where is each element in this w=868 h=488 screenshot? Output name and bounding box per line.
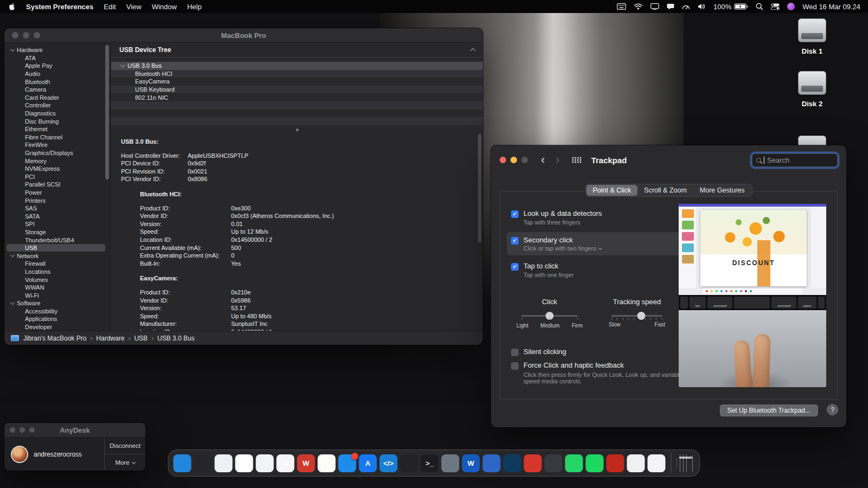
volume-icon[interactable]: [698, 3, 706, 10]
sidebar-item[interactable]: PCI: [4, 173, 110, 181]
performance-gauge-icon[interactable]: [682, 3, 690, 10]
trackpad-titlebar[interactable]: ‹ › Trackpad Search: [491, 145, 846, 175]
sidebar-item[interactable]: Memory: [4, 157, 110, 165]
dock-item-photos[interactable]: [256, 454, 274, 472]
back-button[interactable]: ‹: [541, 155, 545, 165]
show-all-grid-icon[interactable]: [572, 157, 582, 163]
dock-item-paint-app[interactable]: [627, 454, 645, 472]
click-option-row[interactable]: ✓ Silent clicking: [507, 348, 686, 356]
sidebar-section-hardware[interactable]: Hardware: [4, 46, 110, 54]
dock-item-red-app[interactable]: [524, 454, 542, 472]
gesture-option-row[interactable]: ✓ Tap to click Tap with one finger: [507, 258, 680, 282]
details-scrollbar[interactable]: [478, 134, 481, 242]
checkbox[interactable]: ✓: [511, 237, 519, 245]
slider-thumb[interactable]: [637, 312, 645, 320]
chat-status-icon[interactable]: [667, 3, 674, 10]
tree-row-device[interactable]: Bluetooth HCI: [111, 70, 483, 78]
sidebar-item[interactable]: Volumes: [4, 275, 110, 284]
tree-row-device[interactable]: EasyCamera: [111, 78, 483, 86]
dock-item-finder[interactable]: [174, 454, 192, 472]
active-app-menu[interactable]: System Preferences: [26, 3, 93, 11]
help-button[interactable]: ?: [827, 404, 838, 415]
apple-menu-icon[interactable]: [8, 2, 16, 11]
disk-desktop-icon[interactable]: Disk 1: [788, 18, 837, 55]
dock-item-launchpad[interactable]: [194, 454, 212, 472]
sidebar-item[interactable]: Apple Pay: [4, 62, 110, 70]
dock-item-calendar[interactable]: MAR 16: [277, 454, 295, 472]
search-input[interactable]: Search: [752, 153, 838, 167]
tracking-speed-slider[interactable]: [611, 315, 662, 317]
checkbox[interactable]: ✓: [511, 362, 519, 370]
dock-item-word[interactable]: W: [462, 454, 480, 472]
sidebar-item[interactable]: ATA: [4, 54, 110, 62]
dock-item-whatsapp[interactable]: [565, 454, 583, 472]
sidebar-item[interactable]: Camera: [4, 86, 110, 94]
spotlight-icon[interactable]: [756, 3, 763, 10]
sidebar-item[interactable]: SPI: [4, 220, 110, 228]
menu-item[interactable]: Help: [187, 3, 202, 11]
sidebar-item[interactable]: Graphics/Displays: [4, 149, 110, 157]
minimize-button[interactable]: [510, 157, 517, 163]
gesture-option-row[interactable]: ✓ Look up & data detectors Tap with thre…: [507, 206, 680, 229]
dock-item-terminal[interactable]: >_: [421, 454, 439, 472]
tab[interactable]: More Gestures: [693, 185, 751, 196]
display-mirroring-icon[interactable]: [650, 3, 659, 10]
sidebar-item[interactable]: Printers: [4, 196, 110, 204]
dock-item-notes[interactable]: [318, 454, 336, 472]
sidebar-item[interactable]: Audio: [4, 70, 110, 78]
sidebar-item[interactable]: SAS: [4, 204, 110, 213]
sidebar-item[interactable]: Developer: [4, 323, 110, 331]
breadcrumb-segment[interactable]: Hardware: [86, 335, 124, 342]
close-button[interactable]: [500, 157, 506, 163]
sysinfo-titlebar[interactable]: MacBook Pro: [4, 28, 483, 43]
tree-row-device[interactable]: USB Keyboard: [111, 86, 483, 94]
trash-icon[interactable]: [677, 454, 695, 472]
dock-item-vscode[interactable]: </>: [380, 454, 398, 472]
disk-desktop-icon[interactable]: Disk 2: [788, 71, 837, 108]
checkbox[interactable]: ✓: [511, 349, 519, 356]
battery-indicator[interactable]: 100%: [713, 3, 748, 11]
sidebar-item[interactable]: Accessibility: [4, 307, 110, 316]
sidebar-section-software[interactable]: Software: [4, 299, 110, 307]
sidebar-item[interactable]: Applications: [4, 315, 110, 323]
menu-bar-clock[interactable]: Wed 16 Mar 09.24: [802, 3, 860, 11]
collapse-chevron-icon[interactable]: [470, 48, 476, 54]
sidebar-item[interactable]: USB: [7, 244, 105, 252]
dock-item-blue-app[interactable]: [483, 454, 501, 472]
control-center-icon[interactable]: [771, 3, 780, 10]
setup-bluetooth-trackpad-button[interactable]: Set Up Bluetooth Trackpad...: [720, 404, 818, 416]
dock-item-red-tool[interactable]: [607, 454, 624, 472]
dock-item-safari[interactable]: [215, 454, 233, 472]
app-status-icon[interactable]: [787, 3, 795, 10]
sidebar-item[interactable]: Storage: [4, 228, 110, 236]
checkbox[interactable]: ✓: [511, 210, 519, 218]
tree-row-usb-bus[interactable]: USB 3.0 Bus: [111, 62, 483, 70]
sidebar-item[interactable]: FireWire: [4, 141, 110, 149]
sidebar-item[interactable]: Thunderbolt/USB4: [4, 236, 110, 244]
disconnect-button[interactable]: Disconnect: [105, 438, 145, 454]
sidebar-item[interactable]: Controller: [4, 101, 110, 110]
click-option-row[interactable]: ✓ Force Click and haptic feedback Click …: [507, 361, 686, 384]
checkbox[interactable]: ✓: [511, 263, 519, 271]
menu-item[interactable]: Window: [152, 3, 177, 11]
sidebar-item[interactable]: Firewall: [4, 260, 110, 268]
tab[interactable]: Point & Click: [586, 185, 637, 196]
more-button[interactable]: More: [105, 454, 145, 471]
sidebar-item[interactable]: Disc Burning: [4, 117, 110, 125]
menu-item[interactable]: Edit: [104, 3, 116, 11]
sidebar-item[interactable]: Card Reader: [4, 94, 110, 102]
sidebar-item[interactable]: SATA: [4, 212, 110, 220]
dock-item-mail[interactable]: [339, 454, 356, 472]
sidebar-item[interactable]: Power: [4, 189, 110, 197]
dock-item-discord[interactable]: [545, 454, 563, 472]
breadcrumb-segment[interactable]: USB: [124, 335, 148, 342]
sidebar-item[interactable]: Ethernet: [4, 125, 110, 133]
click-pressure-slider[interactable]: [521, 315, 578, 317]
dock-item-anydesk[interactable]: [648, 454, 666, 472]
sidebar-scrollbar[interactable]: [105, 45, 109, 179]
breadcrumb-segment[interactable]: Jibran's MacBook Pro: [23, 335, 86, 342]
dock-item-photo-booth[interactable]: [442, 454, 459, 472]
sidebar-item[interactable]: Locations: [4, 268, 110, 276]
anydesk-titlebar[interactable]: AnyDesk: [4, 423, 145, 438]
sidebar-item[interactable]: Wi-Fi: [4, 291, 110, 299]
